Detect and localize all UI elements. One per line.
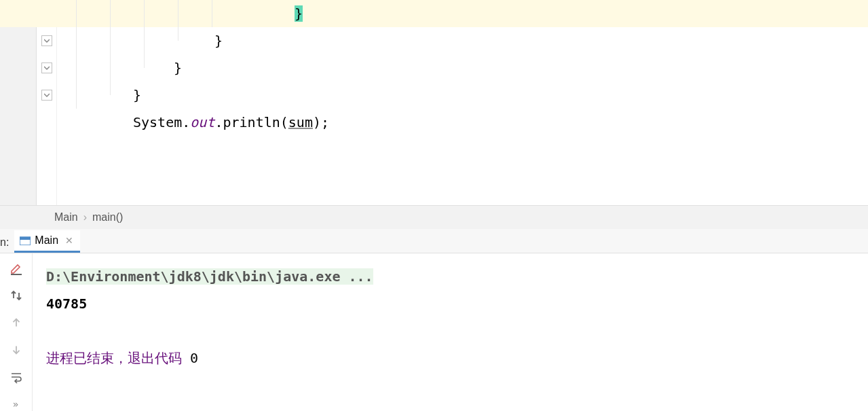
console-output-line: 40785 [46, 290, 854, 317]
softwrap-icon[interactable] [10, 370, 23, 384]
console-area: » D:\Environment\jdk8\jdk\bin\java.exe .… [0, 253, 868, 411]
token-out: out [190, 114, 214, 130]
up-down-arrows-icon[interactable] [10, 289, 23, 302]
application-icon [20, 236, 31, 245]
code-line[interactable]: } [57, 0, 868, 27]
arrow-down-icon[interactable] [10, 343, 23, 357]
brace-close: } [295, 5, 303, 22]
code-line[interactable]: } [57, 54, 868, 82]
code-line[interactable]: System.out.println(sum); [57, 109, 868, 136]
console-exit-line: 进程已结束，退出代码 0 [46, 344, 854, 372]
code-content[interactable]: } } } } System.out.println(sum); [57, 0, 868, 205]
run-tab-bar: n: Main ✕ [0, 229, 868, 253]
brace-close: } [214, 33, 223, 49]
close-icon[interactable]: ✕ [65, 235, 73, 246]
token-system: System [133, 114, 182, 130]
fold-marker-icon[interactable] [41, 62, 52, 73]
token-println: println [223, 114, 280, 130]
editor-area[interactable]: } } } } System.out.println(sum); [0, 0, 868, 205]
console-command-line: D:\Environment\jdk8\jdk\bin\java.exe ... [46, 268, 373, 285]
tool-window-label: n: [0, 236, 14, 253]
editor-left-margin [0, 0, 37, 205]
brace-close: } [174, 60, 182, 76]
console-toolbar: » [0, 253, 33, 411]
svg-rect-1 [20, 237, 31, 240]
console-blank-line [46, 317, 854, 344]
run-tab-main[interactable]: Main ✕ [14, 230, 80, 253]
code-line[interactable]: } [57, 27, 868, 54]
breadcrumb-method[interactable]: main() [92, 211, 123, 224]
underline-pencil-icon[interactable] [10, 262, 23, 275]
fold-marker-icon[interactable] [41, 35, 52, 46]
brace-close: } [133, 87, 141, 103]
breadcrumb[interactable]: Main › main() [0, 205, 868, 230]
more-icon[interactable]: » [10, 397, 23, 411]
chevron-right-icon: › [83, 211, 87, 224]
code-line[interactable]: } [57, 82, 868, 109]
editor-gutter[interactable] [37, 0, 57, 205]
fold-marker-icon[interactable] [41, 90, 52, 101]
arrow-up-icon[interactable] [10, 316, 23, 329]
console-output[interactable]: D:\Environment\jdk8\jdk\bin\java.exe ...… [33, 253, 868, 411]
run-tab-label: Main [35, 234, 58, 247]
token-sum: sum [288, 114, 313, 130]
breadcrumb-class[interactable]: Main [54, 211, 78, 224]
